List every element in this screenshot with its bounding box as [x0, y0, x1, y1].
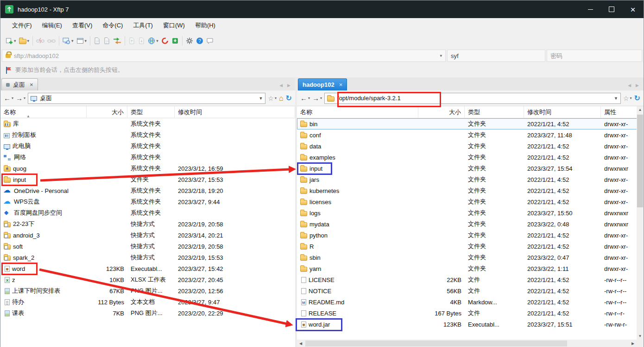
column-header-name[interactable]: 名称▲ [0, 106, 87, 118]
remote-path-combobox[interactable]: /opt/module/spark-3.2.1 ▼ [324, 93, 621, 104]
menu-item-5[interactable]: 窗口(W) [158, 19, 190, 32]
reconnect-link-icon[interactable] [46, 35, 57, 47]
horizontal-scrollbar[interactable]: ◀ ▶ [297, 340, 637, 347]
file-row[interactable]: spark_2 快捷方式 2023/2/19, 15:53 [0, 252, 295, 263]
favorites-button[interactable]: ☆▾ [623, 95, 632, 102]
file-row[interactable]: soft 快捷方式 2023/2/19, 20:58 [0, 241, 295, 252]
download-manager-icon[interactable] [170, 35, 180, 47]
combo-arrow-icon[interactable]: ▼ [612, 96, 619, 101]
vertical-scrollbar[interactable]: ▲ ▼ [637, 106, 644, 340]
file-row[interactable]: mydata 文件夹 2023/3/22, 0:48 drwxrwxr [297, 218, 638, 230]
download-doc-icon[interactable] [137, 35, 146, 47]
file-row[interactable]: bin 文件夹 2022/1/21, 4:52 drwxr-xr- [297, 118, 638, 129]
file-row[interactable]: quog 系统文件夹 2023/3/12, 16:59 [0, 163, 295, 174]
favorites-button[interactable]: ☆▾ [268, 95, 277, 102]
password-field[interactable] [547, 50, 642, 62]
file-row[interactable]: word 123KB Executabl... 2023/3/27, 15:42 [0, 263, 295, 274]
file-row[interactable]: input 文件夹 2023/3/27, 15:53 [0, 174, 295, 185]
disconnect-icon[interactable] [35, 35, 46, 47]
swirl-icon[interactable] [160, 35, 170, 47]
tab-scroll-right-icon[interactable]: ▶ [636, 83, 639, 88]
scroll-left-icon[interactable]: ◀ [297, 341, 304, 346]
column-header-time[interactable]: 修改时间 [524, 106, 601, 118]
maximize-button[interactable] [601, 0, 622, 18]
column-header-size[interactable]: 大小 [418, 106, 465, 118]
menu-item-4[interactable]: 工具(T) [128, 19, 158, 32]
layout-window-icon[interactable]: ▾ [75, 35, 88, 47]
file-row[interactable]: z 10KB XLSX 工作表 2023/2/27, 20:45 [0, 274, 295, 285]
file-row[interactable]: R 文件夹 2022/1/21, 4:52 drwxr-xr- [297, 241, 638, 252]
open-folder-icon[interactable]: ▾ [18, 35, 31, 47]
file-row[interactable]: RELEASE 167 Bytes 文件 2022/1/21, 4:52 -rw… [297, 308, 638, 319]
tab-close-icon[interactable]: × [339, 81, 343, 88]
scroll-up-icon[interactable]: ▲ [637, 106, 644, 113]
column-header-type[interactable]: 类型 [127, 106, 175, 118]
username-field[interactable] [447, 50, 545, 62]
feedback-chat-icon[interactable] [205, 35, 215, 47]
transfer-arrows-icon[interactable] [112, 35, 123, 47]
file-row[interactable]: input 文件夹 2023/3/27, 15:54 drwxrwxr [297, 163, 638, 174]
file-row[interactable]: examples 文件夹 2022/1/21, 4:52 drwxr-xr- [297, 152, 638, 163]
refresh-button[interactable]: ↻ [286, 94, 292, 103]
password-input[interactable] [550, 52, 638, 59]
file-row[interactable]: jars 文件夹 2022/1/21, 4:52 drwxr-xr- [297, 174, 638, 185]
file-row[interactable]: 上课下时间安排表 67KB PNG 图片... 2023/2/20, 12:56 [0, 285, 295, 296]
back-button[interactable]: ←▾ [300, 94, 310, 102]
tab-hadoop102[interactable]: hadoop102 × [298, 78, 347, 90]
menu-item-1[interactable]: 编辑(E) [37, 19, 67, 32]
file-row[interactable]: conf 文件夹 2023/3/27, 11:48 drwxr-xr- [297, 129, 638, 141]
forward-button[interactable]: →▾ [16, 94, 25, 102]
file-row[interactable]: sbin 文件夹 2023/3/22, 0:47 drwxr-xr- [297, 252, 638, 263]
menu-item-0[interactable]: 文件(F) [7, 19, 37, 32]
file-row[interactable]: 此电脑 系统文件夹 [0, 141, 295, 152]
upload-doc-icon[interactable] [127, 35, 137, 47]
file-row[interactable]: licenses 文件夹 2022/1/21, 4:52 drwxr-xr- [297, 196, 638, 207]
address-dropdown-icon[interactable]: ▾ [440, 53, 442, 58]
tab-scroll-right-icon[interactable]: ▶ [287, 83, 290, 88]
file-row[interactable]: NOTICE 56KB 文件 2022/1/21, 4:52 -rw-r--r-… [297, 285, 638, 296]
refresh-button[interactable]: ↻ [634, 94, 640, 103]
file-row[interactable]: README.md 4KB Markdow... 2022/1/21, 4:52… [297, 296, 638, 308]
views-monitor-icon[interactable]: ▾ [61, 35, 75, 47]
address-input[interactable] [14, 52, 439, 59]
scroll-down-icon[interactable]: ▼ [637, 333, 644, 340]
file-row[interactable]: 课表 7KB PNG 图片... 2023/2/20, 22:29 [0, 308, 295, 319]
address-field[interactable]: ▾ [2, 50, 446, 62]
file-row[interactable]: python 文件夹 2022/1/21, 4:52 drwxr-xr- [297, 230, 638, 241]
file-row[interactable]: logs 文件夹 2023/3/27, 15:50 drwxrwxr [297, 207, 638, 218]
back-button[interactable]: ←▾ [4, 94, 13, 102]
new-session-icon[interactable]: ▾ [4, 35, 18, 47]
menu-item-3[interactable]: 命令(C) [97, 19, 128, 32]
file-row[interactable]: 库 系统文件夹 [0, 118, 295, 129]
file-row[interactable]: 百度网盘同步空间 系统文件夹 [0, 207, 295, 218]
column-header-type[interactable]: 类型 [465, 106, 524, 118]
column-header-name[interactable]: 名称 [297, 106, 418, 118]
file-row[interactable]: OneDrive - Personal 系统文件夹 2023/2/18, 19:… [0, 185, 295, 196]
tab-scroll-left-icon[interactable]: ◀ [279, 83, 283, 88]
menu-item-2[interactable]: 查看(V) [67, 19, 97, 32]
file-row[interactable]: data 文件夹 2022/1/21, 4:52 drwxr-xr- [297, 141, 638, 152]
file-row[interactable]: 控制面板 系统文件夹 [0, 129, 295, 141]
settings-gear-icon[interactable] [184, 35, 195, 47]
scroll-thumb[interactable] [305, 341, 567, 347]
scroll-thumb[interactable] [637, 115, 643, 207]
file-row[interactable]: kubernetes 文件夹 2022/1/21, 4:52 drwxr-xr- [297, 185, 638, 196]
file-row[interactable]: yarn 文件夹 2023/3/22, 1:11 drwxr-xr- [297, 263, 638, 274]
column-header-time[interactable]: 修改时间 [175, 106, 295, 118]
local-path-combobox[interactable]: 桌面 ▼ [28, 93, 265, 104]
file-row[interactable]: LICENSE 22KB 文件 2022/1/21, 4:52 -rw-r--r… [297, 274, 638, 285]
combo-arrow-icon[interactable]: ▼ [257, 96, 264, 101]
file-row[interactable]: android_3 快捷方式 2023/3/14, 20:21 [0, 230, 295, 241]
menu-item-6[interactable]: 帮助(H) [190, 19, 221, 32]
close-button[interactable] [622, 0, 644, 18]
forward-button[interactable]: →▾ [312, 94, 322, 102]
tab-scroll-left-icon[interactable]: ◀ [628, 83, 631, 88]
tab-desktop[interactable]: 桌面 × [1, 78, 38, 90]
file-row[interactable]: 22-23下 快捷方式 2023/2/19, 20:58 [0, 218, 295, 230]
help-icon[interactable]: ? [195, 35, 205, 47]
file-row[interactable]: word.jar 123KB Executabl... 2023/3/27, 1… [297, 319, 638, 330]
username-input[interactable] [451, 52, 542, 59]
scroll-right-icon[interactable]: ▶ [629, 341, 637, 346]
tab-close-icon[interactable]: × [30, 81, 33, 88]
minimize-button[interactable] [580, 0, 601, 18]
